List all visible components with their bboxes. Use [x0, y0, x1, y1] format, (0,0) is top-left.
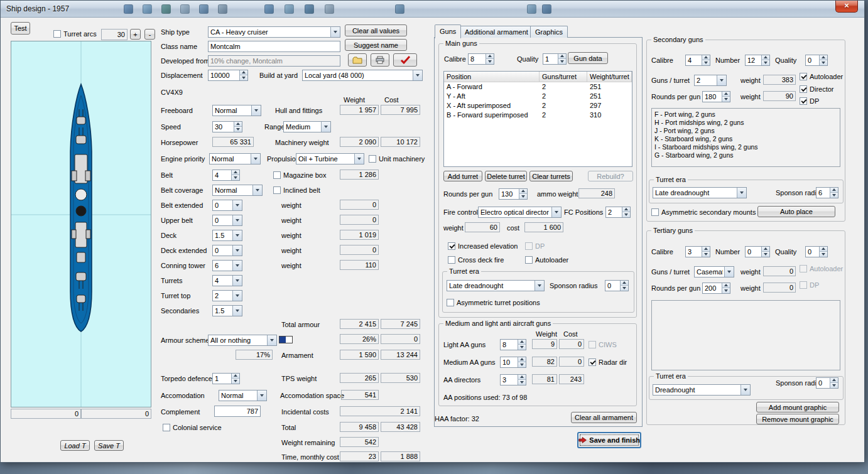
armour-scheme-select[interactable]: All or nothing — [208, 335, 277, 346]
asymmetric-turret-positions-checkbox[interactable]: Asymmetric turret positions — [447, 298, 540, 307]
deck-extended-select[interactable]: 0 — [212, 245, 242, 256]
ship-type-select[interactable]: CA - Heavy cruiser — [208, 26, 340, 38]
secondary-dp-checkbox[interactable]: DP — [800, 97, 819, 105]
magazine-box-checkbox[interactable]: Magazine box — [273, 171, 327, 180]
main-sponson-radius-spinner[interactable]: 0 — [605, 280, 629, 291]
spinner-down-icon[interactable] — [830, 193, 838, 198]
auto-place-button[interactable]: Auto place — [757, 206, 835, 217]
list-item[interactable]: H - Port midships wing, 2 guns — [654, 119, 837, 127]
displacement-spinner[interactable]: 10000 — [208, 70, 248, 81]
turret-arcs-plus-button[interactable]: + — [130, 29, 141, 40]
add-mount-graphic-button[interactable]: Add mount graphic — [756, 402, 839, 412]
engine-priority-select[interactable]: Normal — [209, 153, 261, 164]
turret-arcs-checkbox[interactable]: Turret arcs — [53, 30, 97, 38]
chevron-down-icon[interactable] — [252, 185, 262, 195]
freeboard-select[interactable]: Normal — [212, 105, 261, 116]
spinner-up-icon[interactable] — [702, 247, 710, 252]
secondary-quality-spinner[interactable]: 0 — [805, 55, 828, 66]
chevron-down-icon[interactable] — [724, 267, 734, 277]
chevron-down-icon[interactable] — [251, 105, 261, 116]
spinner-down-icon[interactable] — [830, 383, 838, 388]
armour-scheme-swatch[interactable] — [279, 336, 293, 343]
suggest-name-button[interactable]: Suggest name — [345, 39, 407, 51]
spinner-down-icon[interactable] — [518, 380, 526, 385]
secondary-sponson-radius-spinner[interactable]: 6 — [816, 187, 838, 198]
spinner-down-icon[interactable] — [518, 362, 526, 367]
chevron-down-icon[interactable] — [741, 385, 750, 395]
remove-mount-graphic-button[interactable]: Remove mount graphic — [756, 414, 839, 424]
chevron-down-icon[interactable] — [267, 335, 276, 345]
table-row[interactable]: B - Forward superimposed 2 310 — [444, 110, 632, 120]
open-file-button[interactable] — [348, 53, 367, 67]
chevron-down-icon[interactable] — [232, 215, 242, 225]
tertiary-rounds-spinner[interactable]: 200 — [702, 283, 730, 294]
tertiary-number-spinner[interactable]: 0 — [745, 246, 770, 257]
spinner-up-icon[interactable] — [819, 55, 827, 60]
spinner-down-icon[interactable] — [722, 97, 730, 102]
conning-tower-select[interactable]: 6 — [212, 260, 242, 271]
turret-top-select[interactable]: 2 — [212, 290, 242, 301]
spinner-down-icon[interactable] — [231, 175, 239, 180]
belt-spinner[interactable]: 4 — [212, 170, 240, 181]
tab-additional-armament[interactable]: Additional armament — [460, 26, 533, 38]
column-header-guns-per-turret[interactable]: Guns/turret — [540, 72, 587, 82]
spinner-down-icon[interactable] — [518, 345, 526, 350]
belt-coverage-select[interactable]: Normal — [212, 185, 263, 196]
deck-select[interactable]: 1.5 — [212, 230, 242, 241]
chevron-down-icon[interactable] — [717, 75, 726, 85]
clear-turrets-button[interactable]: Clear turrets — [529, 171, 573, 181]
spinner-up-icon[interactable] — [722, 92, 730, 97]
chevron-down-icon[interactable] — [257, 391, 266, 401]
table-row[interactable]: A - Forward 2 251 — [444, 82, 632, 92]
secondary-autoloader-checkbox[interactable]: Autoloader — [800, 72, 843, 81]
colonial-service-checkbox[interactable]: Colonial service — [163, 423, 222, 432]
chevron-down-icon[interactable] — [534, 281, 544, 291]
spinner-up-icon[interactable] — [702, 55, 710, 60]
secondaries-select[interactable]: 1.5 — [212, 305, 242, 316]
propulsion-select[interactable]: Oil + Turbine — [296, 153, 364, 164]
list-item[interactable]: F - Port wing, 2 guns — [654, 110, 837, 119]
secondary-calibre-spinner[interactable]: 4 — [685, 55, 710, 66]
chevron-down-icon[interactable] — [354, 154, 364, 164]
tab-graphics[interactable]: Graphics — [530, 26, 568, 38]
test-button[interactable]: Test — [11, 22, 30, 35]
spinner-down-icon[interactable] — [722, 288, 730, 293]
aa-directors-spinner[interactable]: 3 — [500, 374, 526, 385]
spinner-down-icon[interactable] — [761, 252, 769, 257]
tertiary-positions-list[interactable] — [651, 300, 840, 370]
spinner-up-icon[interactable] — [558, 54, 566, 59]
main-turret-era-select[interactable]: Late dreadnought — [447, 280, 545, 291]
tertiary-guns-per-turret-select[interactable]: Casemat — [694, 266, 734, 277]
upper-belt-select[interactable]: 0 — [212, 215, 242, 226]
tertiary-sponson-radius-spinner[interactable]: 0 — [816, 377, 838, 389]
main-guns-table[interactable]: Position Guns/turret Weight/turret A - F… — [443, 71, 632, 167]
tertiary-turret-era-select[interactable]: Dreadnought — [653, 384, 751, 396]
chevron-down-icon[interactable] — [251, 154, 260, 164]
unit-machinery-checkbox[interactable]: Unit machinery — [369, 154, 425, 163]
delete-turret-button[interactable]: Delete turret — [485, 171, 527, 181]
list-item[interactable]: K - Starboard wing, 2 guns — [654, 135, 837, 143]
build-yard-select[interactable]: Local yard (48 000) — [302, 70, 423, 81]
column-header-weight-per-turret[interactable]: Weight/turret — [587, 72, 632, 82]
chevron-down-icon[interactable] — [232, 306, 242, 316]
tab-guns[interactable]: Guns — [435, 24, 461, 38]
chevron-down-icon[interactable] — [232, 230, 242, 240]
inclined-belt-checkbox[interactable]: Inclined belt — [273, 186, 320, 195]
ship-design-canvas[interactable] — [11, 41, 151, 407]
spinner-up-icon[interactable] — [519, 189, 527, 194]
secondary-guns-per-turret-select[interactable]: 2 — [694, 75, 727, 86]
chevron-down-icon[interactable] — [232, 200, 242, 210]
print-button[interactable] — [371, 53, 389, 67]
torpedo-defence-spinner[interactable]: 1 — [212, 373, 240, 384]
spinner-down-icon[interactable] — [519, 194, 527, 199]
spinner-down-icon[interactable] — [234, 127, 242, 132]
chevron-down-icon[interactable] — [321, 122, 330, 132]
spinner-up-icon[interactable] — [761, 247, 769, 252]
clear-all-armament-button[interactable]: Clear all armament — [571, 412, 637, 423]
spinner-up-icon[interactable] — [518, 375, 526, 380]
fc-positions-spinner[interactable]: 2 — [605, 207, 631, 218]
medium-aa-spinner[interactable]: 10 — [500, 357, 526, 368]
turrets-select[interactable]: 4 — [212, 275, 242, 286]
spinner-up-icon[interactable] — [830, 188, 838, 193]
spinner-up-icon[interactable] — [761, 55, 769, 60]
